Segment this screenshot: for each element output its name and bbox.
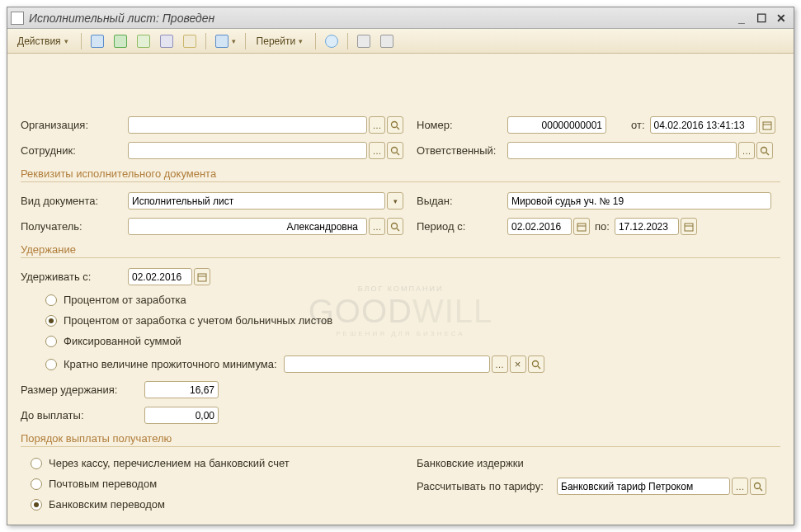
- recipient-input[interactable]: Александровна: [128, 218, 367, 235]
- organization-search-button[interactable]: [387, 116, 403, 134]
- section-payment: Порядок выплаты получателю: [21, 432, 780, 447]
- radio-percent-earnings[interactable]: Процентом от заработка: [45, 294, 780, 306]
- refresh-icon: [114, 35, 127, 48]
- svg-line-5: [397, 153, 399, 155]
- issued-label: Выдан:: [417, 195, 507, 207]
- responsible-input[interactable]: [507, 142, 737, 159]
- radio-fixed[interactable]: Фиксированной суммой: [45, 335, 780, 347]
- doc-type-input[interactable]: Исполнительный лист: [128, 192, 385, 210]
- radio-icon: [45, 336, 57, 347]
- actions-label: Действия: [17, 35, 61, 47]
- svg-point-8: [392, 223, 398, 228]
- window: Исполнительный лист: Проведен _ ☐ ✕ Дейс…: [7, 7, 794, 525]
- toolbar-list[interactable]: [354, 32, 374, 50]
- section-requisites: Реквизиты исполнительного документа: [21, 167, 780, 182]
- radio-minimum[interactable]: Кратно величине прожиточного минимума:: [45, 355, 780, 373]
- responsible-search-button[interactable]: [756, 142, 773, 159]
- doc-type-label: Вид документа:: [21, 195, 128, 207]
- deduction-size-input[interactable]: 16,67: [144, 381, 219, 398]
- tariff-select-button[interactable]: [732, 478, 748, 495]
- organization-input[interactable]: [128, 116, 367, 134]
- svg-point-16: [532, 360, 538, 366]
- titlebar: Исполнительный лист: Проведен _ ☐ ✕: [7, 7, 794, 29]
- hold-from-label: Удерживать с:: [21, 271, 128, 283]
- list2-icon: [380, 35, 393, 48]
- date-input[interactable]: 04.02.2016 13:41:13: [650, 116, 757, 134]
- toolbar-list2[interactable]: [377, 32, 397, 50]
- toolbar-refresh[interactable]: [111, 32, 130, 50]
- employee-search-button[interactable]: [387, 142, 403, 159]
- minimum-search-button[interactable]: [528, 355, 544, 373]
- organization-select-button[interactable]: [369, 116, 385, 134]
- radio-icon: [31, 499, 42, 511]
- toolbar-help[interactable]: [322, 32, 342, 50]
- date-calendar-button[interactable]: [759, 116, 775, 134]
- actions-menu[interactable]: Действия ▾: [12, 32, 75, 50]
- svg-line-9: [397, 228, 399, 231]
- number-label: Номер:: [417, 119, 507, 131]
- hold-from-input[interactable]: 02.02.2016: [128, 268, 192, 285]
- forward-icon: [215, 35, 229, 48]
- radio-percent-sick[interactable]: Процентом от заработка с учетом больничн…: [45, 314, 780, 327]
- recipient-search-button[interactable]: [387, 218, 403, 235]
- svg-point-4: [392, 147, 398, 153]
- tariff-search-button[interactable]: [750, 478, 766, 495]
- employee-label: Сотрудник:: [21, 144, 128, 157]
- doc-type-dropdown-button[interactable]: [387, 192, 403, 210]
- toolbar-forward[interactable]: ▾: [212, 32, 239, 50]
- responsible-label: Ответственный:: [417, 144, 507, 157]
- maximize-button[interactable]: ☐: [752, 11, 770, 26]
- svg-rect-12: [685, 224, 693, 231]
- toolbar-nav-back[interactable]: [87, 32, 107, 50]
- close-button[interactable]: ✕: [772, 11, 790, 26]
- employee-input[interactable]: [128, 142, 367, 159]
- tariff-input[interactable]: Банковский тариф Петроком: [557, 478, 730, 495]
- issued-input[interactable]: Мировой судья уч. № 19: [507, 192, 771, 210]
- from-label: от:: [631, 119, 645, 131]
- radio-bank-transfer[interactable]: Банковским переводом: [31, 498, 417, 511]
- minimum-select-button[interactable]: [492, 355, 508, 373]
- period-to-calendar-button[interactable]: [681, 218, 697, 235]
- radio-postal[interactable]: Почтовым переводом: [31, 478, 417, 490]
- number-input[interactable]: 00000000001: [507, 116, 606, 134]
- svg-line-7: [766, 153, 769, 155]
- svg-rect-2: [763, 122, 771, 129]
- radio-icon: [45, 294, 57, 306]
- radio-icon: [45, 315, 57, 327]
- doc2-icon: [160, 35, 173, 48]
- radio-icon: [31, 458, 42, 469]
- window-title: Исполнительный лист: Проведен: [29, 12, 214, 25]
- toolbar-save[interactable]: [180, 32, 200, 50]
- radio-icon: [31, 478, 42, 490]
- goto-menu[interactable]: Перейти ▾: [252, 32, 310, 50]
- save-icon: [183, 35, 196, 48]
- svg-line-1: [397, 127, 399, 129]
- employee-select-button[interactable]: [369, 142, 385, 159]
- minimum-clear-button[interactable]: [510, 355, 526, 373]
- doc-icon: [137, 35, 150, 48]
- goto-label: Перейти: [257, 35, 296, 47]
- svg-point-0: [392, 121, 398, 127]
- minimize-button[interactable]: _: [733, 11, 751, 26]
- responsible-select-button[interactable]: [738, 142, 755, 159]
- recipient-select-button[interactable]: [369, 218, 385, 235]
- list-icon: [357, 35, 370, 48]
- until-payment-input[interactable]: 0,00: [144, 407, 219, 424]
- minimum-input[interactable]: [284, 355, 490, 373]
- period-from-input[interactable]: 02.02.2016: [507, 218, 572, 235]
- svg-rect-10: [577, 224, 586, 231]
- hold-from-calendar-button[interactable]: [194, 268, 210, 285]
- svg-point-18: [755, 483, 761, 488]
- radio-cash-bank[interactable]: Через кассу, перечислением на банковский…: [31, 457, 417, 469]
- recipient-label: Получатель:: [21, 220, 128, 233]
- help-icon: [325, 35, 338, 48]
- radio-icon: [45, 359, 57, 370]
- toolbar-doc[interactable]: [134, 32, 153, 50]
- bank-costs-label: Банковские издержки: [417, 457, 524, 469]
- period-from-calendar-button[interactable]: [573, 218, 590, 235]
- deduction-size-label: Размер удержания:: [21, 384, 144, 396]
- svg-point-6: [761, 147, 767, 153]
- organization-label: Организация:: [21, 119, 128, 131]
- toolbar-doc2[interactable]: [157, 32, 177, 50]
- period-to-input[interactable]: 17.12.2023: [615, 218, 679, 235]
